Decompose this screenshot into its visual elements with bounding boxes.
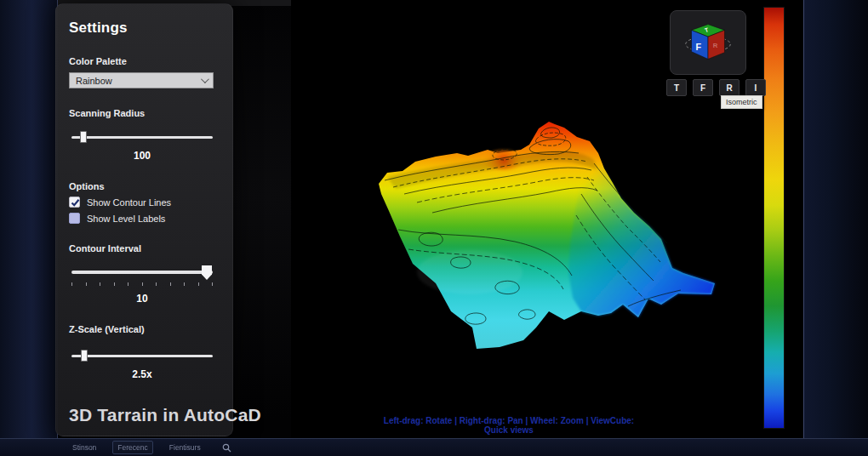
frame-right [803,0,868,456]
scanning-radius-label: Scanning Radius [69,108,220,118]
viewcube-front-label: F [695,42,701,52]
view-isometric-button[interactable]: I [745,79,766,96]
z-scale-slider[interactable] [71,350,213,362]
options-heading: Options [69,181,220,191]
slider-ticks [71,282,213,286]
show-contour-lines-label: Show Contour Lines [87,197,171,208]
scanning-radius-value: 100 [69,150,215,162]
terrain-blue-slope [568,141,715,317]
show-contour-lines-row[interactable]: Show Contour Lines [69,197,220,208]
settings-panel: Settings Color Palette Rainbow Scanning … [55,3,233,436]
window-edge-line-right [803,0,804,438]
chevron-down-icon [201,75,209,83]
slider-handle[interactable] [202,265,212,280]
slider-handle[interactable] [80,131,87,143]
taskbar: Stinson Ferecenc Fientisurs [0,438,868,456]
checkbox-unchecked-icon[interactable] [69,213,80,224]
slider-track[interactable] [71,355,213,357]
viewcube-panel[interactable]: T F R [670,10,746,75]
video-frame: T F R T F R I Isometric Left-drag: Rotat… [0,0,868,456]
view-right-button[interactable]: R [719,79,740,96]
z-scale-label: Z-Scale (Vertical) [69,324,220,334]
color-palette-select[interactable]: Rainbow [69,72,214,88]
z-scale-value: 2.5x [69,368,215,380]
elevation-colorbar [763,7,785,429]
slider-track[interactable] [71,136,213,139]
contour-interval-value: 10 [69,293,215,305]
show-level-labels-row[interactable]: Show Level Labels [69,213,220,224]
page-title: 3D Tarrain in AutoCaD [69,405,261,425]
search-icon[interactable] [222,443,231,453]
color-palette-value: Rainbow [76,76,112,86]
terrain-surface[interactable] [374,109,723,364]
taskbar-item[interactable]: Ferecenc [112,441,152,454]
show-level-labels-label: Show Level Labels [87,214,165,224]
viewcube[interactable]: T F R [671,11,745,74]
scanning-radius-slider[interactable] [71,131,213,143]
taskbar-item[interactable]: Fientisurs [165,442,205,453]
navigation-hint: Left-drag: Rotate | Right-drag: Pan | Wh… [372,416,646,435]
viewcube-right-label: R [713,42,718,49]
contour-interval-slider[interactable] [71,266,213,278]
contour-interval-label: Contour Interval [69,243,220,254]
terrain-plain-highlight [417,250,523,294]
frame-left [0,0,58,456]
settings-heading: Settings [69,20,220,37]
isometric-tooltip: Isometric [721,95,762,109]
view-front-button[interactable]: F [693,79,713,96]
view-buttons: T F R I [666,79,772,96]
color-palette-label: Color Palette [69,56,220,66]
slider-track[interactable] [71,271,213,274]
checkbox-checked-icon[interactable] [69,197,80,208]
taskbar-item[interactable]: Stinson [68,442,100,453]
slider-handle[interactable] [81,350,88,362]
view-top-button[interactable]: T [666,79,687,96]
